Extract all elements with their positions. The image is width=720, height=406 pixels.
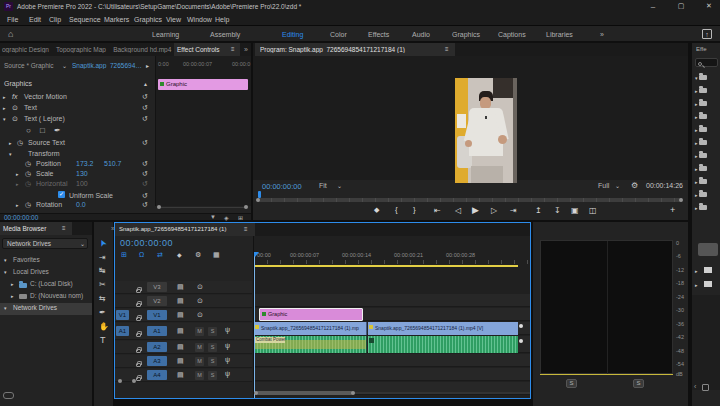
timeline-timecode[interactable]: 00:00:00:00 xyxy=(120,238,173,248)
scrubber-handle-left[interactable] xyxy=(256,198,260,202)
effects-bin-row[interactable]: ▸ xyxy=(695,178,707,185)
mark-in-icon[interactable]: { xyxy=(395,205,398,214)
tab-program[interactable]: Program: Snaptik.app_7265694854171217184… xyxy=(255,43,455,56)
button-editor-icon[interactable]: + xyxy=(670,205,675,215)
effects-bin-row[interactable]: ▸ xyxy=(695,204,707,211)
quality-select[interactable]: Full xyxy=(598,182,609,189)
keyframe-nav-icon[interactable]: ◈ xyxy=(224,214,229,221)
comparison-view-icon[interactable]: ◫ xyxy=(589,206,597,215)
source-clip-name[interactable]: Snaptik.app_7265694854... xyxy=(72,62,142,69)
row-text-layer[interactable]: ▾ ⊙ Text ( Lejore) ↺ xyxy=(0,114,155,125)
v3-lane[interactable] xyxy=(254,294,530,307)
effects-bin-row[interactable]: ▸ xyxy=(695,165,707,172)
tab-audio[interactable]: Audio xyxy=(412,31,430,38)
twirl-icon[interactable]: ▸ xyxy=(16,181,19,187)
extract-icon[interactable]: ↧ xyxy=(554,206,561,215)
reset-icon[interactable]: ↺ xyxy=(142,115,148,123)
effects-bin-row[interactable]: ▸ xyxy=(695,139,707,146)
track-a4-button[interactable]: A4 xyxy=(147,370,167,380)
mic-icon[interactable]: ψ xyxy=(225,370,230,377)
scrubber-handle-right[interactable] xyxy=(679,198,683,202)
program-playhead[interactable] xyxy=(258,191,261,198)
home-icon[interactable]: ⌂ xyxy=(8,29,13,39)
effects-bin-row[interactable]: ▸ xyxy=(695,100,707,107)
effect-controls-overflow-icon[interactable]: » xyxy=(244,46,248,53)
row-vector-motion[interactable]: ▸ fx Vector Motion ↺ xyxy=(0,92,155,103)
effects-bin-row[interactable]: ▸ xyxy=(695,281,698,288)
twirl-closed-icon[interactable]: ▸ xyxy=(11,293,14,299)
row-horizontal-scale[interactable]: ▸ ◷ Horizontal 100 ↺ xyxy=(0,180,155,190)
tab-graphics[interactable]: Graphics xyxy=(452,31,480,38)
menu-markers[interactable]: Markers xyxy=(104,16,129,23)
tree-row-d-drive[interactable]: ▸ D: (Nouveau nom) xyxy=(0,291,92,303)
tree-row-local-drives[interactable]: ▾ Local Drives xyxy=(0,267,92,279)
reset-icon[interactable]: ↺ xyxy=(142,160,148,168)
effect-controls-timecode[interactable]: 00:00:00:00 xyxy=(4,214,38,221)
export-icon[interactable]: ↑ xyxy=(702,29,712,39)
track-a2-button[interactable]: A2 xyxy=(147,342,167,352)
twirl-icon[interactable]: ▸ xyxy=(16,171,19,177)
tab-effects[interactable]: Effects xyxy=(368,31,389,38)
linked-selection-icon[interactable]: ⇄ xyxy=(157,251,163,259)
clip-video-b[interactable]: Snaptik.app_7265694854171217184 (1).mp4 … xyxy=(368,322,518,335)
go-to-in-icon[interactable]: ⇤ xyxy=(434,206,441,215)
lock-icon[interactable] xyxy=(136,363,141,367)
source-patch-a1[interactable]: A1 xyxy=(116,326,129,336)
settings-wrench-icon[interactable]: ⚙ xyxy=(631,181,638,190)
reset-icon[interactable]: ↺ xyxy=(142,201,148,209)
caption-options-icon[interactable]: ▦ xyxy=(213,251,220,259)
effects-bin-row[interactable]: ▸ xyxy=(695,267,698,274)
minimize-button[interactable]: – xyxy=(644,2,662,11)
track-header-v2[interactable]: V2 ▤ ⊙ xyxy=(115,295,252,308)
menu-edit[interactable]: Edit xyxy=(29,16,41,23)
source-forward-icon[interactable]: ▸ xyxy=(146,62,149,69)
clip-audio-b[interactable] xyxy=(368,336,518,353)
type-tool-icon[interactable]: T xyxy=(100,335,106,345)
solo-button[interactable]: S xyxy=(208,371,217,380)
tab-captions[interactable]: Captions xyxy=(498,31,526,38)
ellipse-tool-icon[interactable]: ○ xyxy=(26,126,31,135)
master-graphics-label[interactable]: Graphics xyxy=(4,80,32,87)
add-marker-icon[interactable]: ◆ xyxy=(177,251,182,258)
reset-icon[interactable]: ↺ xyxy=(142,93,148,101)
maximize-button[interactable]: ▢ xyxy=(672,2,690,10)
twirl-icon[interactable]: ▾ xyxy=(9,151,12,157)
tree-row-c-drive[interactable]: ▸ C: (Local Disk) xyxy=(0,279,92,291)
clip-video-a[interactable]: Snaptik.app_7265694854171217184 (1).mp xyxy=(254,322,367,335)
panel-menu-icon[interactable]: ≡ xyxy=(445,46,449,52)
row-scale[interactable]: ▸ ◷ Scale 130 ↺ xyxy=(0,170,155,180)
pen-tool-icon[interactable]: ✒ xyxy=(99,308,106,317)
mute-button[interactable]: M xyxy=(195,327,204,336)
location-select[interactable]: Network Drives ⌄ xyxy=(2,238,88,249)
scale-value[interactable]: 130 xyxy=(76,170,88,177)
twirl-closed-icon[interactable]: ▸ xyxy=(11,281,14,287)
play-icon[interactable]: ▶ xyxy=(472,205,479,215)
effects-strip-tab[interactable]: Effe xyxy=(696,46,718,52)
solo-right-button[interactable]: S xyxy=(633,379,644,388)
add-marker-icon[interactable]: ◆ xyxy=(374,206,379,214)
twirl-icon[interactable]: ▸ xyxy=(3,94,6,100)
track-v2-button[interactable]: V2 xyxy=(147,296,167,306)
position-x-value[interactable]: 173.2 xyxy=(76,160,94,167)
track-visibility-icon[interactable]: ⊙ xyxy=(197,283,203,291)
track-select-tool-icon[interactable]: ⇥ xyxy=(99,253,106,262)
position-y-value[interactable]: 510.7 xyxy=(104,160,122,167)
pen-tool-icon[interactable]: ✒ xyxy=(54,126,61,135)
slip-tool-icon[interactable]: ⇆ xyxy=(99,294,106,303)
zoom-select[interactable]: Fit xyxy=(319,182,327,189)
tab-learning[interactable]: Learning xyxy=(152,31,179,38)
mark-out-icon[interactable]: } xyxy=(413,205,416,214)
snap-icon[interactable]: Ω xyxy=(139,251,144,258)
filter-icon[interactable]: ▼ xyxy=(210,214,216,220)
effects-bin-row[interactable]: ▸ xyxy=(695,87,707,94)
keyframe-scroll-handle-left[interactable] xyxy=(157,205,161,209)
panel-menu-icon[interactable]: ≡ xyxy=(62,225,66,231)
eye-icon[interactable]: ⊙ xyxy=(12,104,18,112)
reset-icon[interactable]: ↺ xyxy=(142,192,148,200)
solo-button[interactable]: S xyxy=(208,343,217,352)
nest-toggle-icon[interactable]: ⊞ xyxy=(121,251,127,259)
quality-chevron-icon[interactable]: ⌄ xyxy=(615,182,620,189)
lock-icon[interactable] xyxy=(136,289,141,293)
track-header-a3[interactable]: A3 ▤ M S ψ xyxy=(115,355,252,368)
lock-icon[interactable] xyxy=(136,333,141,337)
